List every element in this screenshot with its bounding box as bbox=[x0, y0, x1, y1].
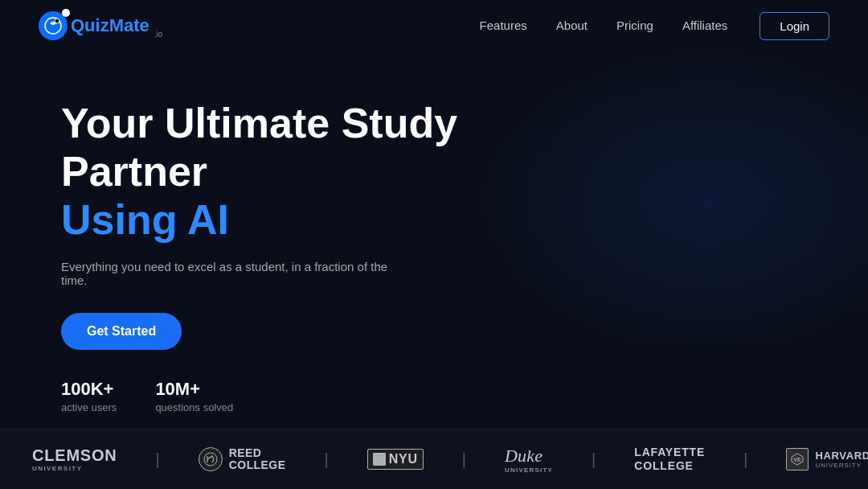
stats-section: 100K+ active users 10M+ questions solved bbox=[61, 379, 807, 413]
get-started-button[interactable]: Get Started bbox=[61, 313, 182, 350]
divider: | bbox=[156, 450, 160, 469]
nav-pricing[interactable]: Pricing bbox=[616, 18, 653, 32]
list-item: NYU bbox=[367, 449, 424, 470]
reed-text: REED COLLEGE bbox=[229, 447, 286, 472]
duke-text: Duke UNIVERSITY bbox=[505, 446, 553, 474]
logo-sub: .io bbox=[154, 30, 163, 39]
harvard-text: HARVARD UNIVERSITY bbox=[815, 450, 868, 470]
clemson-name: CLEMSON bbox=[32, 446, 117, 465]
svg-text:VE: VE bbox=[794, 457, 802, 462]
logo-quiz: Quiz bbox=[71, 15, 109, 35]
stat-users: 100K+ active users bbox=[61, 379, 117, 413]
hero-title-line2: Partner bbox=[61, 148, 207, 195]
logo[interactable]: QuizMate .io bbox=[39, 11, 162, 40]
logo-icon bbox=[39, 11, 68, 40]
list-item: CLEMSON UNIVERSITY bbox=[32, 446, 117, 472]
divider: | bbox=[743, 450, 747, 469]
nav-about[interactable]: About bbox=[556, 18, 588, 32]
divider: | bbox=[592, 450, 596, 469]
hero-title-line1: Your Ultimate Study bbox=[61, 100, 457, 146]
stat-questions: 10M+ questions solved bbox=[155, 379, 233, 413]
logo-text: QuizMate bbox=[71, 15, 149, 36]
list-item: Duke UNIVERSITY bbox=[505, 446, 553, 474]
list-item: LAFAYETTE COLLEGE bbox=[634, 446, 705, 473]
svg-point-1 bbox=[55, 18, 59, 23]
login-button[interactable]: Login bbox=[760, 12, 829, 40]
nyu-icon bbox=[373, 453, 386, 466]
logo-mate: Mate bbox=[109, 15, 149, 35]
hero-description: Everything you need to excel as a studen… bbox=[61, 260, 415, 287]
universities-inner: CLEMSON UNIVERSITY | REED COLLEGE | bbox=[0, 446, 868, 474]
lafayette-text: LAFAYETTE COLLEGE bbox=[634, 446, 705, 473]
divider: | bbox=[324, 450, 328, 469]
hero-title: Your Ultimate Study Partner Using AI bbox=[61, 100, 463, 244]
nyu-badge: NYU bbox=[367, 449, 424, 470]
hero-section: Your Ultimate Study Partner Using AI Eve… bbox=[0, 51, 868, 446]
clemson-sub: UNIVERSITY bbox=[32, 465, 117, 472]
universities-strip: CLEMSON UNIVERSITY | REED COLLEGE | bbox=[0, 429, 868, 489]
hero-ai-subtitle: Using AI bbox=[61, 196, 463, 244]
stat-users-num: 100K+ bbox=[61, 379, 117, 400]
stat-questions-num: 10M+ bbox=[155, 379, 233, 400]
stat-users-label: active users bbox=[61, 401, 117, 413]
nyu-name: NYU bbox=[389, 452, 418, 466]
nav-links: Features About Pricing Affiliates bbox=[480, 18, 728, 33]
divider: | bbox=[462, 450, 466, 469]
list-item: REED COLLEGE bbox=[199, 447, 286, 472]
nav-affiliates[interactable]: Affiliates bbox=[682, 18, 727, 32]
navbar: QuizMate .io Features About Pricing Affi… bbox=[0, 0, 868, 51]
reed-icon bbox=[199, 447, 223, 471]
harvard-icon: VE bbox=[786, 448, 809, 471]
list-item: VE HARVARD UNIVERSITY bbox=[786, 448, 868, 471]
nav-features[interactable]: Features bbox=[480, 18, 527, 32]
stat-questions-label: questions solved bbox=[155, 401, 233, 413]
svg-point-2 bbox=[204, 453, 217, 466]
